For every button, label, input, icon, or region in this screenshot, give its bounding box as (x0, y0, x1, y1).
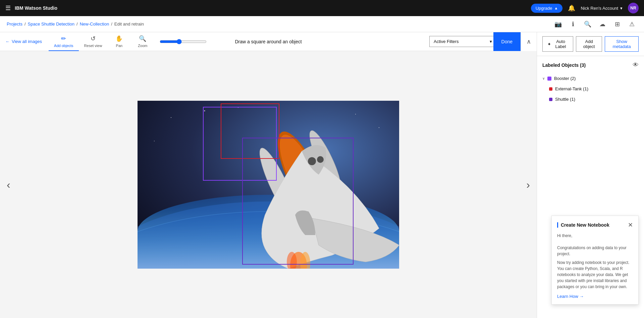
reset-view-label: Reset view (84, 44, 102, 48)
booster-label: Booster (2) (554, 76, 576, 81)
breadcrumb-sep-2: / (76, 21, 78, 27)
canvas-area: ← View all images ✏ Add objects ↺ Reset … (0, 32, 537, 318)
popup-greeting: Hi there, (557, 233, 633, 239)
bounding-boxes-container (138, 101, 399, 269)
category-external-tank: External-Tank (1) (542, 84, 639, 93)
breadcrumb-current: Edit and retrain (114, 21, 144, 27)
category-booster: ∨ Booster (2) (542, 74, 639, 83)
auto-label-icon: ✦ (547, 42, 551, 47)
account-selector[interactable]: Nick Ren's Account ▾ (581, 6, 623, 11)
notebook-popup: Create New Notebook ✕ Hi there, Congratu… (551, 216, 639, 305)
avatar-initials: NR (630, 6, 636, 10)
account-chevron-icon: ▾ (620, 6, 623, 11)
popup-congratulations: Congratulations on adding data to your p… (557, 245, 633, 257)
show-metadata-label: Show metadata (610, 39, 634, 49)
shuttle-color-dot (549, 98, 552, 101)
breadcrumb-sep-1: / (24, 21, 26, 27)
category-booster-header[interactable]: ∨ Booster (2) (542, 74, 639, 83)
pan-icon: ✋ (115, 35, 123, 42)
done-button[interactable]: Done (493, 32, 521, 51)
popup-body: Hi there, Congratulations on adding data… (557, 233, 633, 290)
labeled-objects-header: Labeled Objects (3) 👁 (537, 56, 644, 74)
sidebar-toolbar: ✦ Auto Label Add object Show metadata (537, 32, 644, 56)
active-filters-label: Active Filters (434, 39, 459, 44)
main-layout: ← View all images ✏ Add objects ↺ Reset … (0, 32, 644, 318)
collapse-chevron-icon: ∧ (527, 38, 531, 45)
grid-icon[interactable]: ⊞ (612, 19, 623, 30)
avatar[interactable]: NR (628, 3, 639, 13)
add-objects-label: Add objects (54, 44, 73, 48)
next-image-button[interactable]: › (524, 176, 533, 193)
image-wrapper (138, 101, 399, 269)
object-list: ∨ Booster (2) External-Tank (1) Shuttle … (537, 74, 644, 105)
camera-icon[interactable]: 📷 (553, 19, 564, 30)
booster-color-dot (547, 77, 551, 81)
popup-header: Create New Notebook ✕ (557, 221, 633, 229)
back-arrow-icon: ← (5, 39, 10, 44)
labeled-objects-title: Labeled Objects (3) (542, 62, 586, 68)
bbox-shuttle (242, 138, 354, 265)
zoom-slider-container (160, 39, 207, 44)
account-name: Nick Ren's Account (581, 6, 618, 11)
popup-title: Create New Notebook (557, 222, 609, 228)
breadcrumb: Projects / Space Shuttle Detection / New… (7, 21, 144, 27)
zoom-label: Zoom (138, 44, 147, 48)
draw-instruction: Draw a square around an object (235, 39, 302, 44)
breadcrumb-projects[interactable]: Projects (7, 21, 22, 27)
breadcrumb-sep-3: / (111, 21, 112, 27)
reset-view-icon: ↺ (91, 35, 96, 42)
breadcrumb-bar: Projects / Space Shuttle Detection / New… (0, 16, 644, 32)
info-icon[interactable]: ℹ (568, 19, 578, 30)
pan-label: Pan (116, 44, 123, 48)
view-all-label: View all images (12, 39, 42, 44)
topnav-left: ☰ IBM Watson Studio (5, 4, 57, 12)
shuttle-image (138, 101, 399, 269)
learn-how-link[interactable]: Learn How → (557, 294, 633, 299)
category-shuttle: Shuttle (1) (542, 95, 639, 104)
view-all-images-button[interactable]: ← View all images (5, 39, 42, 44)
top-navigation: ☰ IBM Watson Studio Upgrade ▲ 🔔 Nick Ren… (0, 0, 644, 16)
category-shuttle-header[interactable]: Shuttle (1) (542, 95, 639, 104)
popup-description: Now try adding notebook to your project.… (557, 260, 633, 290)
pan-tool[interactable]: ✋ Pan (107, 32, 131, 51)
upgrade-arrow-icon: ▲ (554, 6, 558, 10)
cloud-icon[interactable]: ☁ (597, 19, 608, 30)
upgrade-button[interactable]: Upgrade ▲ (531, 4, 563, 13)
external-tank-color-dot (549, 87, 552, 91)
eye-icon[interactable]: 👁 (633, 61, 639, 69)
zoom-slider[interactable] (160, 39, 207, 44)
filter-chevron-icon: ▾ (490, 39, 492, 44)
zoom-icon: 🔍 (139, 35, 146, 42)
add-objects-tool[interactable]: ✏ Add objects (49, 32, 78, 51)
zoom-tool[interactable]: 🔍 Zoom (131, 32, 154, 51)
external-tank-label: External-Tank (1) (555, 86, 588, 91)
collapse-toolbar-button[interactable]: ∧ (521, 32, 537, 51)
add-objects-icon: ✏ (61, 35, 66, 42)
auto-label-label: Auto Label (553, 39, 568, 49)
image-canvas[interactable]: ‹ (0, 51, 537, 318)
add-object-label: Add object (581, 39, 597, 49)
upgrade-label: Upgrade (536, 6, 552, 11)
toolbar-row: ← View all images ✏ Add objects ↺ Reset … (0, 32, 537, 51)
category-external-tank-header[interactable]: External-Tank (1) (542, 84, 639, 93)
done-label: Done (501, 39, 513, 44)
add-object-button[interactable]: Add object (576, 36, 602, 52)
popup-close-button[interactable]: ✕ (628, 221, 633, 229)
notification-bell-icon[interactable]: 🔔 (568, 4, 575, 12)
reset-view-tool[interactable]: ↺ Reset view (79, 32, 108, 51)
prev-image-button[interactable]: ‹ (4, 176, 13, 193)
learn-how-label: Learn How → (557, 294, 584, 299)
hamburger-icon[interactable]: ☰ (5, 4, 11, 12)
booster-expand-icon[interactable]: ∨ (542, 77, 545, 80)
warning-icon[interactable]: ⚠ (627, 19, 637, 30)
active-filters-button[interactable]: Active Filters ▾ (429, 36, 496, 47)
breadcrumb-space-shuttle[interactable]: Space Shuttle Detection (28, 21, 74, 27)
breadcrumb-actions: 📷 ℹ 🔍 ☁ ⊞ ⚠ (553, 19, 637, 30)
auto-label-button[interactable]: ✦ Auto Label (542, 36, 573, 52)
app-title: IBM Watson Studio (15, 5, 57, 11)
topnav-right: Upgrade ▲ 🔔 Nick Ren's Account ▾ NR (531, 3, 639, 13)
search-icon[interactable]: 🔍 (582, 19, 593, 30)
right-sidebar: ✦ Auto Label Add object Show metadata La… (537, 32, 644, 318)
show-metadata-button[interactable]: Show metadata (605, 36, 639, 52)
breadcrumb-new-collection[interactable]: New-Collection (80, 21, 109, 27)
